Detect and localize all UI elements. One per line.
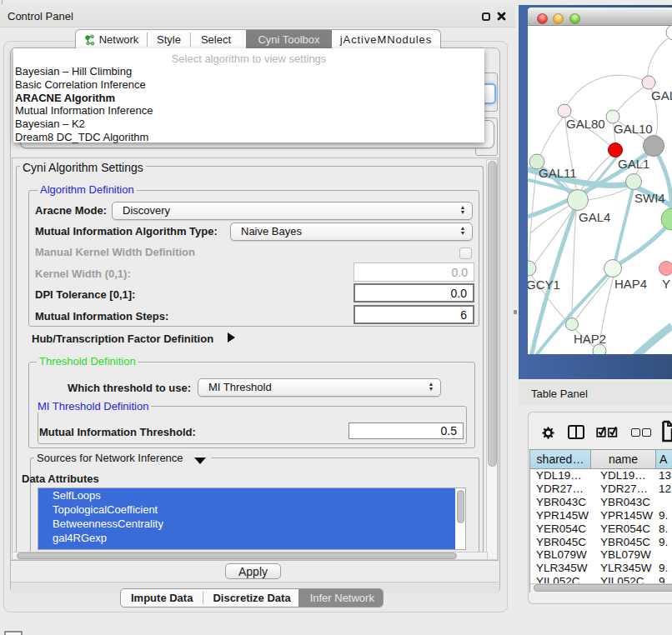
svg-text:HAP4: HAP4	[614, 277, 647, 291]
svg-text:Y: Y	[662, 277, 670, 291]
svg-text:GAL10: GAL10	[614, 122, 653, 136]
svg-text:SWI4: SWI4	[634, 191, 665, 205]
svg-text:GAL: GAL	[651, 88, 672, 102]
svg-text:GAL80: GAL80	[566, 117, 605, 131]
svg-text:HAP2: HAP2	[574, 332, 606, 346]
svg-text:GAL4: GAL4	[579, 210, 610, 224]
svg-text:GAL11: GAL11	[539, 166, 577, 180]
svg-text:GCY1: GCY1	[528, 278, 560, 292]
svg-text:GAL1: GAL1	[618, 157, 649, 171]
